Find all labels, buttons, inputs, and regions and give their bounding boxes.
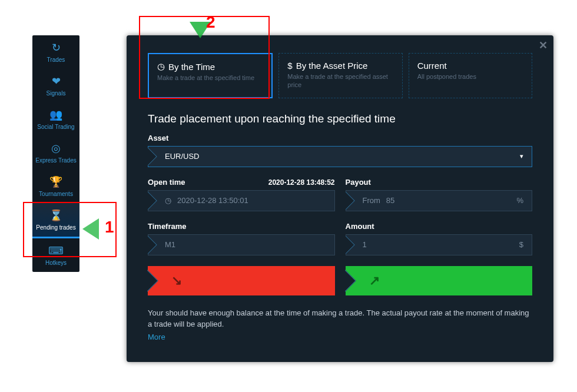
trophy-icon: 🏆 [49, 175, 62, 188]
target-icon: ◎ [51, 142, 61, 155]
payout-suffix: % [516, 196, 523, 205]
timeframe-input[interactable]: M1 [148, 234, 335, 255]
sidebar-item-tournaments[interactable]: 🏆 Tournaments [32, 170, 79, 203]
mode-options-row: ◷ By the Time Make a trade at the specif… [148, 53, 532, 98]
sidebar-item-label: Trades [47, 57, 65, 63]
sidebar-item-label: Express Trades [35, 157, 76, 164]
option-by-asset-price[interactable]: $ By the Asset Price Make a trade at the… [278, 53, 402, 98]
arrow-up-right-icon: ↗ [369, 273, 380, 288]
sidebar-item-label: Hotkeys [45, 260, 67, 266]
arrow-down-right-icon: ↘ [171, 273, 182, 288]
timeframe-label: Timeframe [148, 222, 187, 231]
asset-value: EUR/USD [148, 152, 532, 161]
sidebar-item-label: Signals [47, 90, 66, 97]
option-desc: All postponed trades [417, 72, 523, 81]
annotation-number-1: 1 [105, 218, 114, 237]
annotation-number-2: 2 [206, 13, 215, 32]
payout-input[interactable]: From 85 % [346, 190, 533, 211]
current-time: 2020-12-28 13:48:52 [268, 178, 335, 187]
hourglass-icon: ⌛ [49, 209, 62, 222]
keyboard-icon: ⌨ [48, 244, 64, 257]
option-title: By the Asset Price [296, 61, 368, 71]
rotate-icon: ↻ [52, 41, 61, 54]
amount-input[interactable]: 1 $ [346, 234, 533, 255]
sidebar-item-express-trades[interactable]: ◎ Express Trades [32, 136, 79, 170]
amount-value: 1 [346, 240, 532, 249]
clock-icon: ◷ [165, 196, 171, 205]
sidebar-item-label: Pending trades [36, 224, 75, 231]
sidebar-item-hotkeys[interactable]: ⌨ Hotkeys [32, 238, 79, 272]
sidebar-item-trades[interactable]: ↻ Trades [32, 35, 79, 69]
open-time-value: 2020-12-28 13:50:01 [177, 196, 248, 205]
amount-suffix: $ [519, 240, 523, 249]
option-desc: Make a trade at the specified time [157, 74, 263, 82]
payout-value: 85 [386, 196, 394, 205]
open-time-input[interactable]: ◷ 2020-12-28 13:50:01 [148, 190, 335, 211]
more-link[interactable]: More [148, 333, 165, 341]
amount-label: Amount [346, 222, 374, 231]
annotation-arrow-1 [82, 218, 99, 240]
sidebar-item-social-trading[interactable]: 👥 Social Trading [32, 102, 79, 136]
users-icon: 👥 [49, 108, 62, 121]
sidebar: ↻ Trades ❤ Signals 👥 Social Trading ◎ Ex… [32, 35, 79, 272]
pending-trades-panel: ✕ ◷ By the Time Make a trade at the spec… [127, 35, 553, 362]
payout-prefix: From [363, 196, 380, 205]
buy-button[interactable]: ↗ [346, 266, 533, 295]
sidebar-item-label: Social Trading [37, 124, 74, 130]
asset-select[interactable]: EUR/USD ▾ [148, 146, 532, 167]
clock-icon: ◷ [157, 61, 165, 72]
timeframe-value: M1 [148, 240, 334, 249]
balance-note: Your should have enough balance at the t… [148, 307, 532, 330]
option-desc: Make a trade at the specified asset pric… [287, 72, 393, 89]
sell-button[interactable]: ↘ [148, 266, 335, 295]
option-current[interactable]: Current All postponed trades [409, 53, 532, 98]
option-by-time[interactable]: ◷ By the Time Make a trade at the specif… [148, 53, 273, 98]
sidebar-item-pending-trades[interactable]: ⌛ Pending trades [32, 203, 79, 238]
heartbeat-icon: ❤ [52, 75, 61, 88]
open-time-label: Open time [148, 178, 185, 187]
payout-label: Payout [346, 178, 371, 187]
close-icon[interactable]: ✕ [539, 39, 548, 52]
asset-label: Asset [148, 134, 532, 142]
section-heading: Trade placement upon reaching the specif… [148, 112, 532, 125]
option-title: Current [417, 61, 447, 71]
sidebar-item-label: Tournaments [39, 191, 73, 197]
sidebar-item-signals[interactable]: ❤ Signals [32, 69, 79, 102]
dollar-icon: $ [287, 61, 292, 71]
option-title: By the Time [168, 62, 215, 72]
chevron-down-icon: ▾ [520, 152, 523, 160]
